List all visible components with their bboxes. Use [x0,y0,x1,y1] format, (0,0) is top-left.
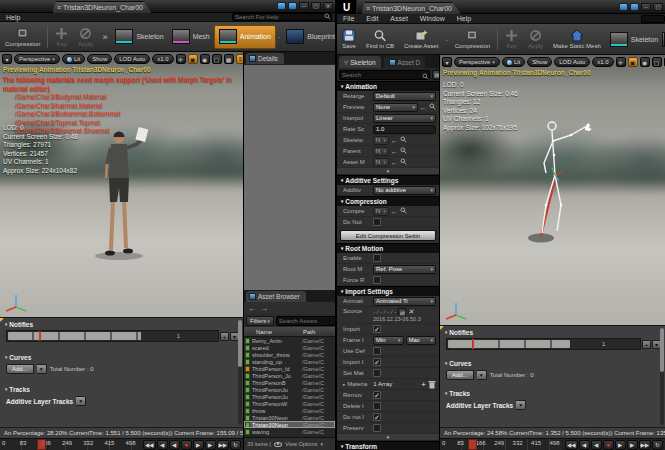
asset-row[interactable]: standing_up/Game/C [244,358,335,365]
property-matrix-icon[interactable]: ▤ [432,70,440,80]
notifies-section-header[interactable]: ▾Notifies [0,318,243,330]
minimize-button[interactable]: ─ [641,3,651,11]
lit-mode-button[interactable]: Lit [502,57,525,67]
camera-follow-icon[interactable]: ◉ [640,57,650,67]
forward-arrow-icon[interactable]: → [260,304,268,313]
record-button[interactable]: ● [181,440,192,450]
menu-help[interactable]: Help [0,14,26,21]
column-name[interactable]: Name [244,329,303,335]
right-window-tab[interactable]: ≡ Tristan3DNeuron_Char00 [361,2,461,14]
curves-section-header[interactable]: ▾Curves [0,351,243,363]
browse-icon[interactable] [400,207,407,216]
play-reverse-button[interactable]: ◀ [169,440,180,450]
asset-row[interactable]: ThirdPersonW/Game/C [244,400,335,407]
lit-mode-button[interactable]: Lit [62,54,85,64]
key-button[interactable]: Key [50,26,73,48]
right-title-bar[interactable]: U ≡ Tristan3DNeuron_Char00 ─ ▢ [337,0,665,14]
compression-combo[interactable]: N▾ [373,207,389,216]
details-tab[interactable]: Details [246,53,284,64]
timeline-ticks[interactable]: 0 83 166 249 332 415 498 [440,439,563,450]
minimize-button[interactable]: ─ [299,2,309,10]
animation-section-header[interactable]: ▾Animation [337,81,439,91]
mode-blueprint-button[interactable]: Blueprint [282,25,335,49]
timeline-playhead[interactable] [468,439,477,450]
import-custom-checkbox[interactable] [373,358,381,366]
menu-window[interactable]: Window [414,15,451,22]
notify-track[interactable]: 1 [446,338,641,350]
to-end-button[interactable]: ▶▶ [217,440,229,450]
screenshot-icon[interactable]: ▢ [652,57,662,67]
section-expander[interactable]: ▼ [337,168,439,175]
use-selected-icon[interactable]: ← [420,103,427,112]
create-asset-button[interactable]: Create Asset [399,28,443,50]
make-static-mesh-button[interactable]: Make Static Mesh [548,28,606,50]
edit-compression-button[interactable]: Edit Compression Settin [340,230,436,241]
add-notify-track-button[interactable]: + [220,332,229,341]
lod-auto-button[interactable]: LOD Auto [114,54,150,64]
show-button[interactable]: Show [87,54,112,64]
toolbar-overflow-chevron[interactable]: » [98,32,111,42]
grid-icon[interactable]: ▦ [224,54,234,64]
use-selected-icon[interactable]: ← [391,158,398,167]
right-3d-viewport[interactable]: ▾ Perspective▾ Lit Show LOD Auto x1.0 ✛ … [440,55,665,325]
frame-max-combo[interactable]: Max▾ [406,336,437,345]
import-checkbox[interactable] [373,325,381,333]
panel-scrollbar[interactable] [238,320,242,425]
compression-section-header[interactable]: ▾Compression [337,196,439,206]
retarget-combo[interactable]: Default▾ [373,92,436,101]
camera-move-icon[interactable]: ✛ [176,54,186,64]
find-in-cb-button[interactable]: Find in CB [361,28,399,50]
play-button[interactable]: ▶ [193,440,204,450]
use-selected-icon[interactable]: ← [391,147,398,156]
step-back-button[interactable]: ◀ [157,440,168,450]
asset-search-input[interactable] [277,317,335,324]
playback-speed-button[interactable]: x1.0 [152,54,173,64]
asset-row[interactable]: throw/Game/C [244,407,335,414]
asset-row[interactable]: waving/Game/C [244,428,335,435]
expand-array-icon[interactable]: ▸ [343,382,345,387]
parent-asset-combo[interactable]: N▾ [373,147,389,156]
do-not-import-checkbox[interactable] [373,413,381,421]
do-not-override-checkbox[interactable] [373,218,381,226]
camera-speed-icon[interactable]: ▣ [188,54,198,64]
playback-speed-button[interactable]: x1.0 [592,57,613,67]
add-curve-button[interactable]: Add... [6,364,34,374]
step-forward-button[interactable]: ▶ [627,440,638,450]
preserve-checkbox[interactable] [373,424,381,432]
interpolation-combo[interactable]: Linear▾ [373,114,436,123]
step-forward-button[interactable]: ▶ [205,440,216,450]
timeline-ticks[interactable]: 0 83 166 249 332 415 498 [0,439,141,450]
frame-min-combo[interactable]: Min▾ [373,336,404,345]
maximize-button[interactable]: ▢ [311,2,321,10]
step-back-button[interactable]: ◀ [579,440,590,450]
asset-mapping-combo[interactable]: N▾ [373,158,389,167]
record-button[interactable]: ● [603,440,614,450]
asset-row-selected[interactable]: Tristan30Neun/Game/C [244,421,335,428]
add-notify-track-button[interactable]: + [642,340,651,349]
left-title-bar[interactable]: ≡ Tristan3DNeuron_Char00 ─ ▢ ✕ [0,0,335,13]
add-curve-dropdown[interactable]: ▼ [37,364,47,374]
additive-combo[interactable]: No additive▾ [373,186,436,195]
add-curve-dropdown[interactable]: ▼ [477,370,487,380]
panel-scrollbar[interactable] [660,328,664,425]
to-end-button[interactable]: ▶▶ [639,440,651,450]
browse-icon[interactable] [400,136,407,145]
use-selected-icon[interactable]: ← [391,136,398,145]
perspective-button[interactable]: Perspective▾ [454,57,500,67]
asset-row[interactable]: Remy_Anim/Game/C [244,337,335,344]
left-3d-viewport[interactable]: ▾ Perspective▾ Lit Show LOD Auto x1.0 ✛ … [0,52,243,317]
close-button[interactable]: ✕ [323,2,333,10]
details-search-box[interactable] [339,70,430,80]
column-path[interactable]: Path [303,329,335,335]
show-button[interactable]: Show [527,57,552,67]
bug-report-icon[interactable] [630,3,639,11]
menu-asset[interactable]: Asset [384,15,414,22]
asset-row[interactable]: shoulder_throw/Game/C [244,351,335,358]
enable-root-motion-checkbox[interactable] [373,254,381,262]
save-button[interactable]: Save [337,28,361,50]
skeleton-combo[interactable]: N▾ [373,136,389,145]
asset-search-box[interactable] [276,316,335,326]
timeline-playhead[interactable] [37,439,46,450]
menu-edit[interactable]: Edit [360,15,384,22]
maximize-button[interactable]: ▢ [653,3,663,11]
